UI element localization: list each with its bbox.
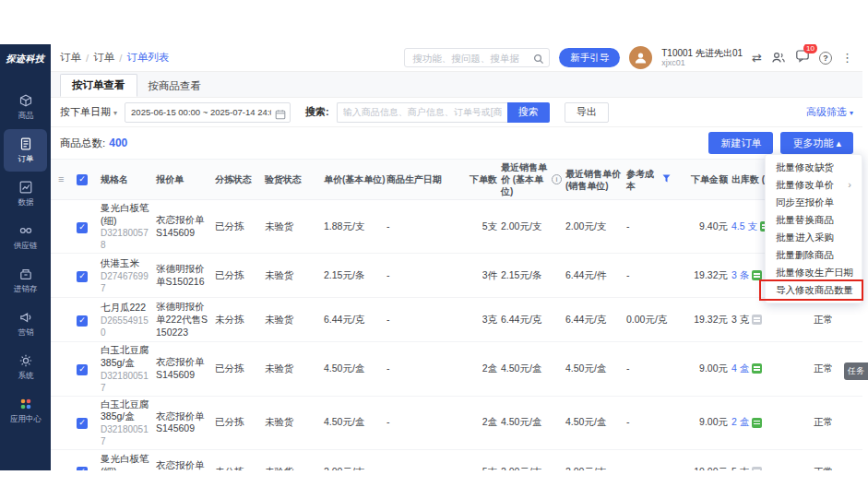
sort-status-cell: 未分拣 [213, 312, 263, 328]
row-checkbox[interactable] [77, 315, 88, 327]
recent-price-base-cell: 2.00元/支 [499, 464, 564, 470]
breadcrumb-orders-2[interactable]: 订单 [93, 51, 114, 65]
apps-grid-icon [18, 397, 33, 411]
menu-item-import-modify-qty[interactable]: 导入修改商品数量 [766, 281, 862, 299]
sort-status-cell: 已分拣 [213, 361, 263, 377]
row-checkbox[interactable] [77, 418, 88, 429]
sidebar-item-goods[interactable]: 商品 [4, 86, 47, 128]
switch-mode-icon[interactable]: ⇄ [752, 52, 762, 64]
sidebar-item-supply-chain[interactable]: 供应链 [4, 216, 47, 258]
export-button[interactable]: 导出 [565, 102, 609, 123]
header-order-qty: 下单数 [451, 160, 499, 199]
date-range-input[interactable] [125, 102, 291, 123]
row-checkbox[interactable] [77, 364, 88, 375]
select-all-checkbox[interactable] [77, 174, 88, 185]
tab-by-order[interactable]: 按订单查看 [60, 74, 137, 97]
table-row: 白玉北豆腐385g/盒D321800517 衣恋报价单 S145609 已分拣 … [51, 397, 862, 450]
outbound-detail-icon[interactable] [752, 363, 762, 374]
advanced-filter-toggle[interactable]: 高级筛选 ▾ [806, 105, 853, 119]
outbound-detail-icon[interactable] [752, 315, 762, 325]
order-qty-cell: 5支 [451, 219, 499, 235]
total-count: 400 [109, 137, 127, 149]
quote-cell: 衣恋报价单 S145609 [154, 457, 213, 470]
row-checkbox[interactable] [77, 467, 88, 470]
search-button[interactable]: 搜索 [507, 102, 550, 123]
search-icon[interactable] [533, 52, 544, 68]
header-recent-price-base: 最近销售单价 (基本单位)i [499, 160, 564, 199]
date-type-select[interactable]: 按下单日期 ▾ [60, 105, 117, 119]
chevron-up-icon: ▴ [836, 137, 841, 149]
menu-item-batch-stockout[interactable]: 批量修改缺货 [766, 159, 862, 176]
unit-price-cell: 4.50元/盒 [322, 361, 385, 377]
sidebar-nav: 商品 订单 数据 供应链 进销存 营销 [0, 86, 51, 433]
sidebar-item-app-center[interactable]: 应用中心 [4, 389, 47, 432]
unit-price-cell: 6.44元/克 [322, 312, 385, 328]
inspect-status-cell: 未验货 [263, 414, 322, 431]
prod-date-cell: - [385, 361, 451, 377]
more-options-icon[interactable]: ⋮ [841, 52, 853, 64]
status-cell: 正常 [789, 414, 840, 431]
recent-price-sale-cell: 4.50元/盒 [564, 361, 624, 377]
more-functions-button[interactable]: 更多功能 ▴ [780, 132, 853, 154]
product-name: 白玉北豆腐385g/盒 [101, 398, 152, 423]
header-quote: 报价单 [154, 160, 213, 199]
menu-item-batch-purchase[interactable]: 批量进入采购 [766, 229, 862, 246]
column-settings-icon[interactable]: ≡ [58, 172, 64, 185]
breadcrumb-orders[interactable]: 订单 [60, 51, 81, 65]
order-amount-cell: 19.32元 [672, 267, 730, 284]
sidebar-item-data[interactable]: 数据 [4, 172, 47, 215]
sidebar-item-label: 进销存 [14, 283, 38, 294]
sidebar-item-marketing[interactable]: 营销 [4, 303, 47, 345]
info-icon[interactable]: i [552, 174, 562, 184]
recent-price-base-cell: 6.44元/克 [499, 312, 564, 328]
recent-price-sale-cell: 2.00元/支 [564, 219, 624, 235]
contacts-icon[interactable] [771, 51, 786, 65]
outbound-detail-icon[interactable] [752, 467, 762, 470]
tab-by-product[interactable]: 按商品查看 [137, 76, 213, 97]
menu-item-batch-price[interactable]: 批量修改单价› [766, 176, 862, 194]
new-order-button[interactable]: 新建订单 [708, 132, 773, 154]
global-search [404, 48, 550, 67]
sidebar-item-system[interactable]: 系统 [4, 346, 47, 388]
sidebar-item-orders[interactable]: 订单 [4, 129, 47, 172]
topbar-right: 新手引导 T10001 先进先出01 xjxc01 ⇄ 10 ? ⋮ [404, 46, 853, 69]
menu-item-batch-replace[interactable]: 批量替换商品 [766, 211, 862, 229]
order-amount-cell: 10.00元 [672, 464, 730, 470]
header-ref-cost: 参考成本 [624, 160, 672, 199]
row-checkbox[interactable] [77, 271, 88, 282]
search-label: 搜索: [305, 105, 329, 119]
calendar-icon[interactable] [275, 107, 286, 124]
product-code: D265549150 [101, 315, 152, 339]
messages-icon[interactable]: 10 [795, 49, 810, 66]
recent-price-base-cell: 4.50元/盒 [499, 414, 564, 431]
goods-box-icon [18, 93, 33, 108]
outbound-qty-cell: 5 支 [730, 464, 789, 470]
table-row: 曼光白板笔(细)D321800578 衣恋报价单 S145609 已分拣 未验货… [51, 200, 862, 254]
sidebar-item-label: 订单 [18, 153, 33, 164]
filter-search-input[interactable] [337, 102, 507, 123]
recent-price-base-cell: 2.15元/条 [499, 267, 564, 284]
outbound-detail-icon[interactable] [752, 270, 762, 280]
row-handle [56, 367, 75, 371]
filter-funnel-icon[interactable] [662, 173, 671, 185]
menu-item-batch-prod-date[interactable]: 批量修改生产日期 [766, 264, 862, 281]
row-select-cell [75, 219, 99, 235]
task-panel-tab[interactable]: 任务 [844, 362, 868, 380]
row-checkbox[interactable] [77, 222, 88, 233]
sidebar-item-inventory[interactable]: 进销存 [4, 259, 47, 302]
outbound-detail-icon[interactable] [752, 418, 762, 428]
spec-name-cell: 白玉北豆腐385g/盒D321800517 [99, 397, 154, 449]
supply-chain-icon [18, 223, 33, 238]
guide-button[interactable]: 新手引导 [559, 48, 620, 67]
avatar[interactable] [629, 46, 652, 69]
table-row: 曼光白板笔(细)D3218005 衣恋报价单 S145609 未分拣 未验货 2… [51, 450, 862, 470]
table-row: 七月瓜222D265549150 张德明报价单222代售S150223 未分拣 … [51, 298, 862, 342]
menu-item-sync-quote[interactable]: 同步至报价单 [766, 194, 862, 211]
header-inspect-status: 验货状态 [263, 160, 322, 199]
user-info[interactable]: T10001 先进先出01 xjxc01 [661, 48, 743, 68]
order-qty-cell: 5支 [451, 464, 499, 470]
help-icon[interactable]: ? [819, 52, 832, 65]
menu-item-batch-delete[interactable]: 批量删除商品 [766, 246, 862, 264]
global-search-input[interactable] [404, 48, 550, 67]
ref-cost-cell: - [624, 464, 672, 470]
